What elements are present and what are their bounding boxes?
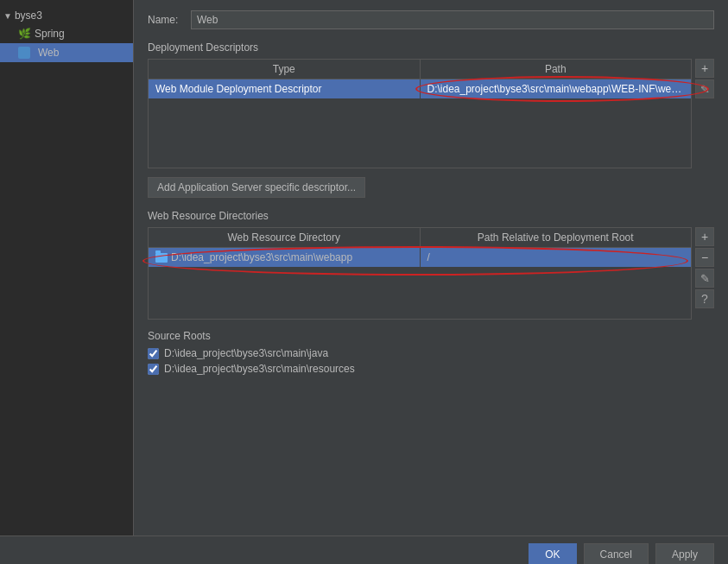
sidebar: ▼ byse3 🌿 Spring Web [0,0,134,535]
wrd-directory-cell: D:\idea_project\byse3\src\main\webapp [149,248,421,267]
descriptor-toolbar: + ✎ [695,59,714,98]
sidebar-spring-label: Spring [35,28,65,40]
spring-icon: 🌿 [17,27,31,41]
add-server-descriptor-button[interactable]: Add Application Server specific descript… [148,177,365,198]
wrd-relative-path-cell: / [421,248,692,267]
deployment-descriptors-section: Type Path Web Module Deployment Descript… [148,59,714,168]
edit-descriptor-button[interactable]: ✎ [695,79,714,98]
source-roots-label: Source Roots [148,330,714,342]
wrd-empty-space [149,267,691,319]
wrd-table-row[interactable]: D:\idea_project\byse3\src\main\webapp / [149,248,691,267]
sidebar-item-spring[interactable]: 🌿 Spring [0,24,133,43]
source-root-item-1: D:\idea_project\byse3\src\main\resources [148,363,714,375]
name-input[interactable] [191,10,714,29]
table-empty-space [149,98,691,168]
add-descriptor-button[interactable]: + [695,59,714,78]
source-root-checkbox-1[interactable] [148,364,159,375]
descriptor-type-cell: Web Module Deployment Descriptor [149,79,421,98]
wrd-path-column-header: Path Relative to Deployment Root [421,228,692,247]
apply-button[interactable]: Apply [655,543,714,564]
source-root-checkbox-0[interactable] [148,348,159,359]
deployment-descriptors-header: Type Path [149,60,691,79]
deployment-descriptors-label: Deployment Descriptors [148,41,714,54]
wrd-directory-text: D:\idea_project\byse3\src\main\webapp [171,251,352,263]
module-icon [17,46,31,60]
folder-icon [155,253,168,263]
web-resource-directories-section: Web Resource Directory Path Relative to … [148,227,714,320]
table-row[interactable]: Web Module Deployment Descriptor D:\idea… [149,79,691,98]
sidebar-item-byse3[interactable]: ▼ byse3 [0,7,133,24]
sidebar-web-label: Web [38,47,59,59]
wrd-header: Web Resource Directory Path Relative to … [149,228,691,248]
content-area: Name: Deployment Descriptors Type Path W… [134,0,728,535]
source-root-label-1: D:\idea_project\byse3\src\main\resources [164,363,355,375]
web-resource-directories-label: Web Resource Directories [148,210,714,222]
expand-arrow: ▼ [3,11,12,21]
source-root-label-0: D:\idea_project\byse3\src\main\java [164,347,328,359]
type-column-header: Type [149,60,421,79]
wrd-toolbar: + − ✎ ? [695,227,714,308]
ok-button[interactable]: OK [529,543,576,564]
sidebar-item-web[interactable]: Web [0,43,133,62]
remove-wrd-button[interactable]: − [695,248,714,267]
bottom-bar: OK Cancel Apply [0,535,728,564]
add-wrd-button[interactable]: + [695,227,714,246]
help-wrd-button[interactable]: ? [695,289,714,308]
wrd-dir-column-header: Web Resource Directory [149,228,421,247]
deployment-descriptors-table: Type Path Web Module Deployment Descript… [148,59,692,168]
path-column-header: Path [421,60,692,79]
name-row: Name: [148,10,714,29]
descriptor-path-cell: D:\idea_project\byse3\src\main\webapp\WE… [421,79,692,98]
source-root-item-0: D:\idea_project\byse3\src\main\java [148,347,714,359]
sidebar-root-label: byse3 [15,10,42,22]
web-resource-directories-table: Web Resource Directory Path Relative to … [148,227,692,320]
cancel-button[interactable]: Cancel [584,543,649,564]
source-roots-section: Source Roots D:\idea_project\byse3\src\m… [148,330,714,375]
edit-wrd-button[interactable]: ✎ [695,269,714,288]
name-label: Name: [148,14,184,26]
